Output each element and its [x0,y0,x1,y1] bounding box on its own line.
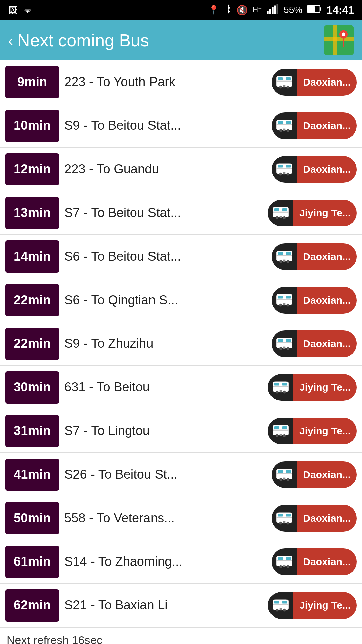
stop-name: Daoxian... [297,287,357,314]
back-button[interactable]: ‹ [8,31,13,50]
bus-row[interactable]: 61min S14 - To Zhaoming... Daoxian... [0,540,362,584]
svg-rect-0 [267,11,269,14]
stop-badge: Jiying Te... [268,418,357,444]
svg-point-67 [287,347,290,350]
svg-rect-55 [276,299,292,300]
stop-badge: Daoxian... [272,461,357,488]
bus-icon-box [272,505,297,532]
svg-rect-71 [273,386,289,387]
svg-rect-1 [269,9,271,14]
route-label: S21 - To Baxian Li [64,598,262,612]
time-badge: 41min [5,459,59,491]
maps-icon[interactable] [324,25,354,55]
bus-row[interactable]: 31min S7 - To Lingtou Jiying Te... [0,409,362,453]
stop-badge: Daoxian... [272,69,357,96]
stop-badge: Daoxian... [272,243,357,270]
svg-rect-4 [277,4,278,14]
svg-rect-72 [274,382,279,385]
svg-point-26 [279,129,282,132]
stop-name: Daoxian... [297,505,357,532]
bus-icon-box [272,156,297,183]
bus-row[interactable]: 22min S9 - To Zhuzihu Daoxian... [0,322,362,366]
bus-row[interactable]: 9min 223 - To Youth Park Daoxian... [0,60,362,104]
svg-rect-31 [276,168,292,169]
bus-row[interactable]: 41min S26 - To Beitou St... Daoxian... [0,453,362,496]
stop-badge: Daoxian... [272,548,357,575]
svg-rect-113 [282,600,287,603]
bus-icon-box [272,330,297,357]
svg-point-98 [279,521,282,524]
stop-badge: Jiying Te... [268,592,357,619]
time-badge: 61min [5,546,59,578]
bus-icon-box [272,461,297,488]
svg-point-114 [276,608,279,611]
time-badge: 22min [5,284,59,316]
svg-rect-80 [274,426,279,429]
svg-rect-56 [278,295,283,298]
svg-rect-97 [286,513,291,516]
svg-rect-112 [274,600,279,603]
svg-rect-100 [283,521,286,523]
svg-rect-96 [278,513,283,516]
bus-row[interactable]: 50min 558 - To Veterans... Daoxian... [0,496,362,540]
stop-name: Jiying Te... [293,374,357,401]
time-badge: 9min [5,66,59,98]
route-label: S26 - To Beitou St... [64,467,266,482]
time-badge: 50min [5,502,59,534]
stop-name: Jiying Te... [293,200,357,226]
svg-point-35 [287,172,290,175]
svg-rect-65 [286,339,291,342]
svg-rect-73 [282,382,287,385]
photo-icon: 🖼 [8,5,17,16]
svg-rect-89 [286,470,291,473]
svg-rect-28 [283,128,286,131]
bus-row[interactable]: 12min 223 - To Guandu Daoxian... [0,148,362,191]
svg-rect-3 [274,5,276,14]
svg-rect-15 [276,80,292,82]
svg-rect-60 [283,303,286,305]
bus-icon-box [272,287,297,314]
svg-rect-84 [280,434,282,436]
svg-rect-2 [272,7,274,13]
svg-rect-57 [286,295,291,298]
bus-row[interactable]: 14min S6 - To Beitou Stat... Daoxian... [0,235,362,278]
time-badge: 14min [5,240,59,273]
signal-icon [267,4,279,16]
svg-rect-92 [283,477,286,480]
svg-point-50 [279,260,282,263]
stop-name: Daoxian... [297,156,357,183]
stop-name: Daoxian... [297,112,357,139]
wifi-icon [22,4,34,16]
route-label: 223 - To Guandu [64,162,266,176]
bus-row[interactable]: 22min S6 - To Qingtian S... Daoxian... [0,278,362,322]
svg-point-19 [287,85,290,88]
time-badge: 13min [5,197,59,229]
svg-point-34 [279,172,282,175]
svg-rect-63 [276,342,292,343]
svg-point-90 [279,478,282,481]
svg-point-59 [287,303,290,306]
bus-icon-box [272,548,297,575]
svg-point-82 [276,434,279,437]
svg-rect-41 [282,208,287,211]
bus-row[interactable]: 13min S7 - To Beitou Stat... Jiying Te..… [0,191,362,235]
svg-rect-7 [308,6,315,12]
svg-rect-49 [286,252,291,255]
bus-icon-box [268,418,293,444]
svg-point-66 [279,347,282,350]
svg-point-115 [283,608,286,611]
svg-rect-44 [280,216,282,218]
app-title: Next coming Bus [17,30,149,50]
bus-row[interactable]: 10min S9 - To Beitou Stat... Daoxian... [0,104,362,148]
mute-icon: 🔇 [236,5,248,16]
stop-name: Daoxian... [297,243,357,270]
status-right-icons: 📍 🔇 H⁺ 55% [208,4,354,17]
stop-name: Daoxian... [297,461,357,488]
svg-rect-10 [324,37,354,41]
bus-row[interactable]: 30min 631 - To Beitou Jiying Te... [0,366,362,409]
bus-row[interactable]: 62min S21 - To Baxian Li Jiying Te... [0,584,362,627]
stop-badge: Jiying Te... [268,200,357,226]
location-icon: 📍 [208,5,220,16]
bus-icon-box [272,243,297,270]
time-badge: 22min [5,328,59,360]
